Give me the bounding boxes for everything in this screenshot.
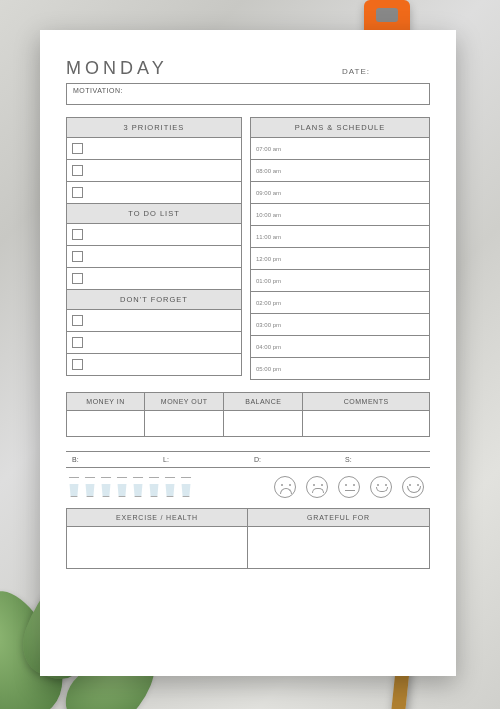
checkbox[interactable] <box>72 315 83 326</box>
schedule-row[interactable]: 08:00 am <box>250 160 430 182</box>
tracker-row <box>66 468 430 508</box>
mood-happy-icon[interactable] <box>402 476 424 498</box>
comments-col: COMMENTS <box>303 392 430 437</box>
checkbox[interactable] <box>72 337 83 348</box>
schedule-row[interactable]: 10:00 am <box>250 204 430 226</box>
exercise-body[interactable] <box>66 527 248 569</box>
motivation-label: MOTIVATION: <box>73 87 123 94</box>
balance-col: BALANCE <box>224 392 303 437</box>
schedule-row[interactable]: 12:00 pm <box>250 248 430 270</box>
priority-row[interactable] <box>66 160 242 182</box>
mood-frown-icon[interactable] <box>306 476 328 498</box>
dont-forget-header: DON'T FORGET <box>66 290 242 310</box>
schedule-header: PLANS & SCHEDULE <box>250 117 430 138</box>
water-tracker <box>68 477 192 497</box>
money-section: MONEY IN MONEY OUT BALANCE COMMENTS <box>66 392 430 437</box>
exercise-col: EXERCISE / HEALTH <box>66 508 248 569</box>
schedule-row[interactable]: 07:00 am <box>250 138 430 160</box>
schedule-column: PLANS & SCHEDULE 07:00 am 08:00 am 09:00… <box>250 117 430 380</box>
mood-sad-icon[interactable] <box>274 476 296 498</box>
time-label: 09:00 am <box>256 190 281 196</box>
water-glass-icon[interactable] <box>68 477 80 497</box>
comments-header: COMMENTS <box>303 392 430 411</box>
left-column: 3 PRIORITIES TO DO LIST DON'T FORGET <box>66 117 242 380</box>
water-glass-icon[interactable] <box>164 477 176 497</box>
checkbox[interactable] <box>72 187 83 198</box>
time-label: 12:00 pm <box>256 256 281 262</box>
water-glass-icon[interactable] <box>148 477 160 497</box>
meal-l[interactable]: L: <box>157 452 248 467</box>
time-label: 07:00 am <box>256 146 281 152</box>
todo-row[interactable] <box>66 268 242 290</box>
checkbox[interactable] <box>72 143 83 154</box>
balance-header: BALANCE <box>224 392 303 411</box>
meal-s[interactable]: S: <box>339 452 430 467</box>
todo-header: TO DO LIST <box>66 204 242 224</box>
todo-row[interactable] <box>66 224 242 246</box>
priority-row[interactable] <box>66 138 242 160</box>
mood-neutral-icon[interactable] <box>338 476 360 498</box>
planner-sheet: MONDAY DATE: MOTIVATION: 3 PRIORITIES TO… <box>40 30 456 676</box>
schedule-row[interactable]: 02:00 pm <box>250 292 430 314</box>
money-in-col: MONEY IN <box>66 392 145 437</box>
time-label: 11:00 am <box>256 234 281 240</box>
checkbox[interactable] <box>72 165 83 176</box>
water-glass-icon[interactable] <box>100 477 112 497</box>
mood-tracker <box>274 476 428 498</box>
exercise-header: EXERCISE / HEALTH <box>66 508 248 527</box>
meal-d[interactable]: D: <box>248 452 339 467</box>
comments-body[interactable] <box>303 411 430 437</box>
priority-row[interactable] <box>66 182 242 204</box>
time-label: 04:00 pm <box>256 344 281 350</box>
checkbox[interactable] <box>72 229 83 240</box>
grateful-body[interactable] <box>248 527 430 569</box>
time-label: 03:00 pm <box>256 322 281 328</box>
day-heading: MONDAY <box>66 58 168 79</box>
money-in-header: MONEY IN <box>66 392 145 411</box>
money-out-header: MONEY OUT <box>145 392 224 411</box>
dont-forget-row[interactable] <box>66 354 242 376</box>
meal-b[interactable]: B: <box>66 452 157 467</box>
water-glass-icon[interactable] <box>116 477 128 497</box>
time-label: 10:00 am <box>256 212 281 218</box>
dont-forget-row[interactable] <box>66 310 242 332</box>
meals-row: B: L: D: S: <box>66 451 430 468</box>
money-in-body[interactable] <box>66 411 145 437</box>
time-label: 08:00 am <box>256 168 281 174</box>
grateful-col: GRATEFUL FOR <box>248 508 430 569</box>
water-glass-icon[interactable] <box>132 477 144 497</box>
time-label: 05:00 pm <box>256 366 281 372</box>
todo-row[interactable] <box>66 246 242 268</box>
balance-body[interactable] <box>224 411 303 437</box>
footer-section: EXERCISE / HEALTH GRATEFUL FOR <box>66 508 430 569</box>
checkbox[interactable] <box>72 359 83 370</box>
schedule-row[interactable]: 03:00 pm <box>250 314 430 336</box>
schedule-row[interactable]: 01:00 pm <box>250 270 430 292</box>
money-out-body[interactable] <box>145 411 224 437</box>
schedule-row[interactable]: 09:00 am <box>250 182 430 204</box>
motivation-box[interactable]: MOTIVATION: <box>66 83 430 105</box>
time-label: 01:00 pm <box>256 278 281 284</box>
priorities-header: 3 PRIORITIES <box>66 117 242 138</box>
schedule-row[interactable]: 11:00 am <box>250 226 430 248</box>
schedule-row[interactable]: 05:00 pm <box>250 358 430 380</box>
grateful-header: GRATEFUL FOR <box>248 508 430 527</box>
checkbox[interactable] <box>72 273 83 284</box>
water-glass-icon[interactable] <box>180 477 192 497</box>
dont-forget-row[interactable] <box>66 332 242 354</box>
time-label: 02:00 pm <box>256 300 281 306</box>
money-out-col: MONEY OUT <box>145 392 224 437</box>
mood-smile-icon[interactable] <box>370 476 392 498</box>
schedule-row[interactable]: 04:00 pm <box>250 336 430 358</box>
date-label: DATE: <box>342 67 430 76</box>
water-glass-icon[interactable] <box>84 477 96 497</box>
checkbox[interactable] <box>72 251 83 262</box>
